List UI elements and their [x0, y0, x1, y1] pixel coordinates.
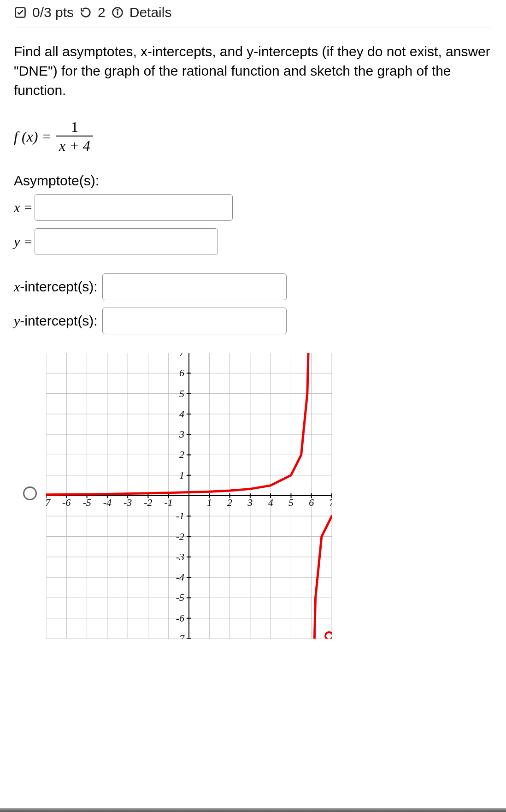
svg-text:-4: -4	[103, 497, 112, 508]
y-intercept-input[interactable]	[102, 308, 287, 334]
svg-text:6: 6	[179, 367, 184, 379]
svg-text:6: 6	[309, 497, 314, 508]
function-formula: f (x) = 1 x + 4	[14, 119, 492, 154]
svg-text:-7: -7	[46, 497, 51, 508]
svg-text:-5: -5	[176, 592, 184, 603]
info-icon[interactable]	[111, 6, 124, 19]
svg-text:3: 3	[247, 497, 253, 508]
asymptotes-label: Asymptote(s):	[14, 173, 492, 189]
svg-text:-5: -5	[82, 497, 91, 508]
svg-text:-6: -6	[62, 497, 71, 508]
x-equals-label: x =	[14, 200, 33, 215]
svg-text:2: 2	[179, 449, 184, 460]
svg-text:-6: -6	[176, 612, 184, 624]
svg-text:4: 4	[268, 497, 273, 508]
question-text: Find all asymptotes, x-intercepts, and y…	[14, 42, 492, 100]
question-header: 0/3 pts 2 Details	[14, 0, 492, 28]
svg-text:5: 5	[179, 388, 184, 399]
formula-lhs: f (x) =	[14, 128, 52, 145]
svg-text:-3: -3	[124, 497, 132, 508]
svg-point-92	[325, 632, 332, 639]
svg-text:7: 7	[179, 353, 185, 358]
retry-icon	[79, 6, 92, 19]
checkbox-icon	[14, 6, 27, 19]
svg-point-3	[117, 9, 118, 10]
svg-text:2: 2	[227, 497, 232, 508]
svg-text:-3: -3	[176, 551, 184, 563]
y-asymptote-input[interactable]	[35, 228, 218, 255]
function-graph: -7-6-5-4-3-2-11234567-7-6-5-4-3-2-112345…	[46, 353, 332, 639]
svg-text:4: 4	[179, 408, 184, 420]
formula-numerator: 1	[68, 119, 81, 136]
x-intercept-input[interactable]	[102, 273, 287, 300]
svg-text:-4: -4	[176, 571, 184, 583]
svg-text:-2: -2	[176, 531, 184, 542]
formula-denominator: x + 4	[56, 136, 93, 154]
svg-text:-1: -1	[176, 510, 184, 522]
score-text: 0/3 pts	[32, 5, 74, 20]
y-intercept-label: y-intercept(s):	[14, 313, 98, 329]
graph-option-radio[interactable]	[23, 486, 37, 500]
y-equals-label: y =	[14, 234, 33, 249]
svg-text:-2: -2	[144, 497, 152, 508]
svg-text:1: 1	[179, 469, 184, 481]
x-asymptote-input[interactable]	[35, 194, 233, 221]
svg-text:3: 3	[179, 428, 184, 440]
svg-text:1: 1	[207, 497, 212, 508]
x-intercept-label: x-intercept(s):	[14, 279, 98, 295]
svg-text:5: 5	[288, 497, 294, 508]
svg-text:-7: -7	[176, 633, 185, 639]
svg-text:7: 7	[329, 497, 332, 508]
svg-text:-1: -1	[165, 497, 173, 508]
details-link[interactable]: Details	[129, 5, 172, 20]
attempts-text: 2	[98, 5, 106, 20]
